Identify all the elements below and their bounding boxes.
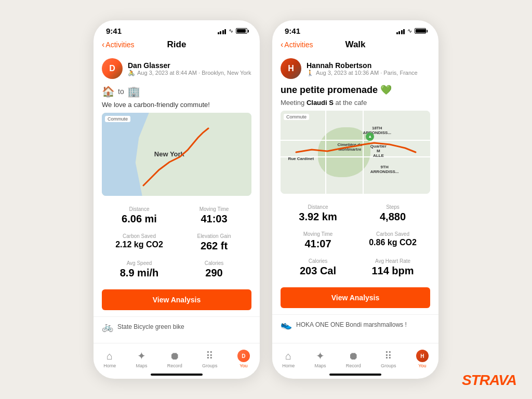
stat-label-1-0: Distance <box>104 206 175 212</box>
user-meta-2: 🚶 Aug 3, 2023 at 10:36 AM · Paris, Franc… <box>307 70 418 76</box>
nav-you-2[interactable]: H You <box>412 348 433 370</box>
user-meta-1: 🚴 Aug 3, 2023 at 8:44 AM · Brooklyn, New… <box>128 70 251 76</box>
stat-cell-1-3: Elevation Gain 262 ft <box>177 229 251 256</box>
view-analysis-button-1[interactable]: View Analysis <box>102 289 251 310</box>
stat-value-2-2: 41:07 <box>283 238 353 250</box>
nav-you-label-1: You <box>240 363 247 368</box>
back-button-1[interactable]: ‹ Activities <box>102 41 135 49</box>
nav-groups-label-1: Groups <box>202 363 218 368</box>
route-svg-2 <box>281 111 430 194</box>
phone-walk: 9:41 ∿ ‹ Activities Walk <box>272 20 438 379</box>
stat-cell-1-4: Avg Speed 8.9 mi/h <box>102 256 177 283</box>
bottom-nav-1: ⌂ Home ✦ Maps ⏺ Record ⠿ Groups D You <box>94 343 260 370</box>
stat-label-2-0: Distance <box>283 204 353 210</box>
header-1: ‹ Activities Ride <box>94 37 260 54</box>
status-time-2: 9:41 <box>285 26 300 35</box>
home-icon-1: ⌂ <box>107 350 113 362</box>
nav-maps-2[interactable]: ✦ Maps <box>310 348 330 370</box>
stat-cell-2-4: Calories 203 Cal <box>281 254 355 281</box>
user-info-1: Dan Glasser 🚴 Aug 3, 2023 at 8:44 AM · B… <box>128 61 251 76</box>
stat-cell-2-0: Distance 3.92 km <box>281 200 355 227</box>
back-label-2: Activities <box>284 41 313 49</box>
stat-cell-2-2: Moving Time 41:07 <box>281 227 355 254</box>
phone-content-2[interactable]: H Hannah Robertson 🚶 Aug 3, 2023 at 10:3… <box>272 54 438 343</box>
user-name-2: Hannah Robertson <box>307 61 418 70</box>
nav-home-1[interactable]: ⌂ Home <box>99 348 120 370</box>
stat-label-1-1: Moving Time <box>179 206 249 212</box>
activity-title-2: une petite promenade 💚 <box>272 83 438 98</box>
page-container: 9:41 ∿ ‹ Activities Ride <box>0 0 532 399</box>
back-button-2[interactable]: ‹ Activities <box>281 41 313 49</box>
map-container-1: Commute New York <box>102 113 251 196</box>
stats-grid-2: Distance 3.92 km Steps 4,880 Moving Time… <box>272 194 438 281</box>
maps-icon-1: ✦ <box>137 350 146 362</box>
wifi-icon-1: ∿ <box>229 28 233 34</box>
activity-subtitle-2: Meeting Claudi S at the cafe <box>272 98 438 111</box>
nav-home-2[interactable]: ⌂ Home <box>278 348 299 370</box>
stat-value-2-1: 4,880 <box>357 211 428 223</box>
stat-value-1-0: 6.06 mi <box>104 213 175 225</box>
stat-label-2-1: Steps <box>357 204 428 210</box>
nav-maps-label-1: Maps <box>136 363 147 368</box>
stat-label-1-2: Carbon Saved <box>104 233 175 239</box>
walk-icon-2: 🚶 <box>307 70 314 76</box>
status-time-1: 9:41 <box>106 26 122 35</box>
stat-value-2-5: 114 bpm <box>357 265 428 277</box>
nav-maps-label-2: Maps <box>314 363 326 368</box>
subtitle-post-2: at the cafe <box>334 99 367 107</box>
stat-label-2-5: Avg Heart Rate <box>357 258 428 264</box>
activity-desc-1: We love a carbon-friendly commute! <box>94 100 260 113</box>
nav-home-label-2: Home <box>282 363 295 368</box>
nav-record-label-2: Record <box>346 363 361 368</box>
stat-cell-2-5: Avg Heart Rate 114 bpm <box>355 254 430 281</box>
nav-maps-1[interactable]: ✦ Maps <box>131 348 151 370</box>
stat-cell-1-1: Moving Time 41:03 <box>177 202 251 229</box>
stat-value-2-4: 203 Cal <box>283 265 353 277</box>
arrow-icon-1: to <box>118 87 124 96</box>
avatar-img-2: H <box>281 58 301 79</box>
status-bar-1: 9:41 ∿ <box>94 20 260 37</box>
bottom-nav-2: ⌂ Home ✦ Maps ⏺ Record ⠿ Groups H You <box>272 343 438 370</box>
stat-value-2-0: 3.92 km <box>283 211 353 223</box>
nav-groups-1[interactable]: ⠿ Groups <box>198 348 222 370</box>
stat-value-1-3: 262 ft <box>179 240 249 252</box>
wifi-icon-2: ∿ <box>407 28 412 34</box>
shoe-gear-icon: 👟 <box>281 319 292 330</box>
nav-record-2[interactable]: ⏺ Record <box>342 348 365 370</box>
signal-icon-1 <box>218 28 227 34</box>
page-title-1: Ride <box>167 39 187 50</box>
you-avatar-1: D <box>237 350 250 362</box>
stat-label-1-4: Avg Speed <box>104 260 175 266</box>
avatar-2: H <box>281 58 301 79</box>
activity-emojis-1: 🏠 to 🏢 <box>94 83 260 100</box>
subtitle-bold-2: Claudi S <box>307 99 334 107</box>
user-row-2: H Hannah Robertson 🚶 Aug 3, 2023 at 10:3… <box>272 54 438 83</box>
avatar-1: D <box>102 58 123 79</box>
stat-value-1-4: 8.9 mi/h <box>104 267 175 279</box>
nav-you-1[interactable]: D You <box>233 348 254 370</box>
nav-record-label-1: Record <box>167 363 182 368</box>
user-info-2: Hannah Robertson 🚶 Aug 3, 2023 at 10:36 … <box>307 61 418 76</box>
stat-value-2-3: 0.86 kg CO2 <box>357 238 428 247</box>
home-bar-2 <box>329 374 381 376</box>
groups-icon-2: ⠿ <box>384 350 392 362</box>
battery-icon-1 <box>236 28 247 34</box>
nav-groups-2[interactable]: ⠿ Groups <box>377 348 401 370</box>
nav-record-1[interactable]: ⏺ Record <box>163 348 187 370</box>
stat-label-1-5: Calories <box>179 260 249 266</box>
home-icon-2: ⌂ <box>285 350 291 362</box>
stats-grid-1: Distance 6.06 mi Moving Time 41:03 Carbo… <box>94 196 260 283</box>
back-chevron-2: ‹ <box>281 41 283 49</box>
gear-row-2: 👟 HOKA ONE ONE Bondi marshmallows ! <box>272 314 438 337</box>
stat-cell-2-3: Carbon Saved 0.86 kg CO2 <box>355 227 430 254</box>
user-row-1: D Dan Glasser 🚴 Aug 3, 2023 at 8:44 AM ·… <box>94 54 260 83</box>
phone-content-1[interactable]: D Dan Glasser 🚴 Aug 3, 2023 at 8:44 AM ·… <box>94 54 260 343</box>
stat-label-2-2: Moving Time <box>283 231 353 237</box>
emoji-home: 🏠 <box>102 85 115 98</box>
bike-icon-1: 🚴 <box>128 70 135 76</box>
view-analysis-button-2[interactable]: View Analysis <box>281 287 430 308</box>
stat-cell-1-5: Calories 290 <box>177 256 251 283</box>
signal-icon-2 <box>396 28 405 34</box>
back-label-1: Activities <box>105 41 134 49</box>
gear-label-1: State Bicycle green bike <box>117 323 184 330</box>
